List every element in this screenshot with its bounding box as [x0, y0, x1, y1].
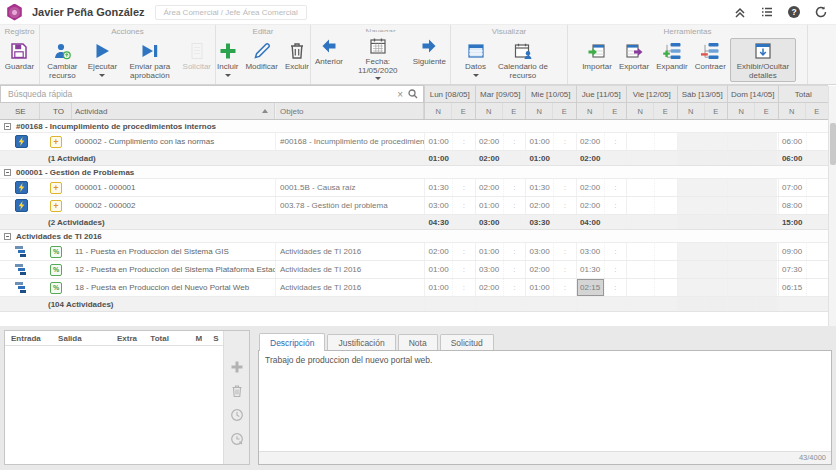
- help-icon[interactable]: ?: [787, 5, 801, 19]
- activity-row[interactable]: +000001 - 0000010001.5B - Causa raíz01:3…: [0, 179, 836, 197]
- time-cell-e[interactable]: :: [503, 179, 525, 196]
- list-icon[interactable]: [760, 5, 774, 19]
- time-cell-n[interactable]: 02:00: [476, 179, 503, 196]
- time-cell-e[interactable]: :: [452, 133, 474, 150]
- time-cell-n[interactable]: 01:30: [577, 261, 604, 278]
- group-row[interactable]: Actividades de TI 2016: [0, 230, 836, 243]
- group-row[interactable]: 000001 - Gestión de Problemas: [0, 166, 836, 179]
- activity-row[interactable]: %12 - Puesta en Produccion del Sistema P…: [0, 261, 836, 279]
- time-cell-n[interactable]: 02:00: [526, 261, 553, 278]
- entries-column-m[interactable]: M: [194, 334, 212, 343]
- play-button[interactable]: Ejecutar: [85, 38, 120, 79]
- time-cell-n[interactable]: [678, 197, 705, 214]
- time-cell-n[interactable]: 02:00: [577, 197, 604, 214]
- tab-solicitud[interactable]: Solicitud: [440, 334, 494, 351]
- time-cell-e[interactable]: :: [553, 179, 575, 196]
- arrow-left-button[interactable]: Anterior: [312, 33, 346, 69]
- tab-descripcion[interactable]: Descripción: [259, 333, 325, 351]
- time-cell-n[interactable]: [678, 133, 705, 150]
- collapse-group-icon[interactable]: [4, 233, 11, 240]
- entries-column-extra[interactable]: Extra: [115, 334, 148, 343]
- floppy-button[interactable]: Guardar: [2, 38, 37, 74]
- collapse-group-icon[interactable]: [4, 169, 11, 176]
- time-cell-e[interactable]: :: [553, 261, 575, 278]
- calendar-person-button[interactable]: Calendario de recurso: [490, 38, 556, 82]
- time-cell-n[interactable]: [728, 261, 755, 278]
- time-cell-e[interactable]: :: [553, 243, 575, 260]
- time-cell-n[interactable]: [728, 133, 755, 150]
- time-cell-n[interactable]: [728, 243, 755, 260]
- time-cell-e[interactable]: :: [553, 279, 575, 296]
- description-textarea[interactable]: Trabajo de produccion del nuevo portal w…: [259, 351, 831, 451]
- refresh-icon[interactable]: [814, 5, 828, 19]
- time-cell-e[interactable]: [705, 197, 727, 214]
- time-cell-e[interactable]: [654, 243, 676, 260]
- time-cell-e[interactable]: :: [503, 133, 525, 150]
- time-cell-e[interactable]: [654, 279, 676, 296]
- collapse-group-icon[interactable]: [4, 123, 11, 130]
- time-cell-e[interactable]: :: [452, 243, 474, 260]
- arrow-right-button[interactable]: Siguiente: [410, 33, 449, 69]
- time-cell-n[interactable]: 02:00: [577, 133, 604, 150]
- collapse-ribbon-icon[interactable]: [733, 5, 747, 19]
- time-cell-e[interactable]: :: [452, 179, 474, 196]
- time-cell-e[interactable]: :: [604, 179, 626, 196]
- time-cell-n[interactable]: [678, 279, 705, 296]
- time-cell-n[interactable]: 02:00: [577, 179, 604, 196]
- time-cell-n[interactable]: 01:00: [526, 133, 553, 150]
- time-cell-e[interactable]: [755, 197, 777, 214]
- time-cell-e[interactable]: [654, 197, 676, 214]
- add-entry-icon[interactable]: [229, 359, 245, 375]
- time-cell-e[interactable]: :: [503, 197, 525, 214]
- time-cell-e[interactable]: :: [604, 279, 626, 296]
- time-cell-n[interactable]: 02:15: [577, 279, 604, 296]
- time-cell-e[interactable]: [755, 243, 777, 260]
- time-cell-e[interactable]: [755, 179, 777, 196]
- time-cell-e[interactable]: [654, 179, 676, 196]
- column-header-objeto[interactable]: Objeto: [275, 103, 424, 119]
- time-cell-n[interactable]: 02:00: [476, 279, 503, 296]
- clock-out-icon[interactable]: [229, 431, 245, 447]
- time-cell-n[interactable]: 01:00: [526, 279, 553, 296]
- person-refresh-button[interactable]: Cambiar recurso: [41, 38, 84, 82]
- time-cell-e[interactable]: [705, 261, 727, 278]
- time-cell-e[interactable]: [654, 133, 676, 150]
- time-cell-e[interactable]: [755, 279, 777, 296]
- activity-row[interactable]: +000002 - 000002003.78 - Gestión del pro…: [0, 197, 836, 215]
- column-header-actividad[interactable]: Actividad: [72, 103, 275, 119]
- group-row[interactable]: #00168 - Incumplimiento de procedimiento…: [0, 120, 836, 133]
- time-cell-n[interactable]: [678, 243, 705, 260]
- time-cell-e[interactable]: :: [604, 133, 626, 150]
- table-import-button[interactable]: Importar: [579, 38, 615, 74]
- entries-column-entrada[interactable]: Entrada: [5, 334, 56, 343]
- time-cell-n[interactable]: 03:00: [577, 243, 604, 260]
- time-cell-n[interactable]: 03:00: [476, 261, 503, 278]
- time-cell-e[interactable]: [705, 243, 727, 260]
- search-input[interactable]: [6, 88, 397, 100]
- time-cell-e[interactable]: [705, 179, 727, 196]
- time-cell-n[interactable]: [678, 179, 705, 196]
- time-cell-e[interactable]: [755, 133, 777, 150]
- time-cell-e[interactable]: :: [452, 279, 474, 296]
- grid-vertical-scrollbar[interactable]: [828, 86, 836, 326]
- disabled-doc-button[interactable]: Solicitar: [180, 38, 214, 74]
- pencil-button[interactable]: Modificar: [242, 38, 280, 74]
- time-cell-n[interactable]: [627, 133, 654, 150]
- trash-button[interactable]: Excluir: [282, 38, 312, 74]
- column-header-se[interactable]: SE: [0, 103, 40, 119]
- calendar-button[interactable]: Fecha: 11/05/2020: [347, 33, 409, 82]
- time-cell-n[interactable]: 01:00: [476, 243, 503, 260]
- tree-minus-button[interactable]: Contraer: [692, 38, 729, 74]
- time-cell-e[interactable]: [705, 133, 727, 150]
- time-cell-n[interactable]: [627, 279, 654, 296]
- time-cell-n[interactable]: 01:30: [425, 179, 452, 196]
- time-cell-n[interactable]: [728, 179, 755, 196]
- time-cell-n[interactable]: [627, 179, 654, 196]
- delete-entry-icon[interactable]: [229, 383, 245, 399]
- time-cell-n[interactable]: [627, 261, 654, 278]
- entries-column-s[interactable]: S: [211, 334, 223, 343]
- time-cell-n[interactable]: [678, 261, 705, 278]
- clear-search-icon[interactable]: ×: [397, 89, 403, 100]
- time-cell-n[interactable]: 02:00: [425, 243, 452, 260]
- tab-nota[interactable]: Nota: [398, 334, 438, 351]
